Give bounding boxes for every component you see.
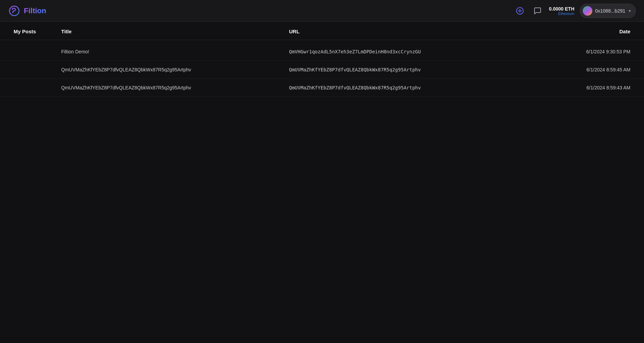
column-date: Date (562, 29, 644, 34)
row-title-1: QmUVMaZhKfYEbZ8P7dfvQLEAZ8QbkWx87R5q2g95… (61, 67, 289, 72)
table-body: Filtion Demo! QmVHGwr1qozAdL5nX7eh3eZ7Lm… (0, 40, 644, 97)
wallet-button[interactable]: 0x1088...b291 ▾ (580, 4, 636, 18)
table-row[interactable]: Filtion Demo! QmVHGwr1qozAdL5nX7eh3eZ7Lm… (0, 43, 644, 61)
chat-icon (533, 7, 542, 15)
plus-circle-icon (516, 7, 524, 15)
row-url-1: QmUVMaZhKfYEbZ8P7dfvQLEAZ8QbkWx87R5q2g95… (289, 67, 562, 72)
table-row[interactable]: QmUVMaZhKfYEbZ8P7dfvQLEAZ8QbkWx87R5q2g95… (0, 61, 644, 79)
logo-area: Filtion (8, 5, 46, 17)
row-date-1: 6/1/2024 8:59:45 AM (562, 67, 644, 72)
column-url: URL (289, 29, 562, 34)
row-date-2: 6/1/2024 8:59:43 AM (562, 85, 644, 90)
eth-amount: 0.0000 ETH (549, 6, 575, 12)
add-post-button[interactable] (514, 5, 526, 17)
eth-network: Ethereum (558, 12, 575, 16)
table-row[interactable]: QmUVMaZhKfYEbZ8P7dfvQLEAZ8QbkWx87R5q2g95… (0, 79, 644, 97)
row-url-2: QmUVMaZhKfYEbZ8P7dfvQLEAZ8QbkWx87R5q2g95… (289, 85, 562, 90)
notifications-button[interactable] (531, 5, 544, 17)
header: Filtion 0.0000 ETH Ethereum 0x1088...b29… (0, 0, 644, 22)
chevron-down-icon: ▾ (629, 8, 631, 13)
wallet-avatar (583, 6, 592, 16)
column-my-posts: My Posts (0, 29, 61, 34)
table-header: My Posts Title URL Date (0, 22, 644, 40)
row-title-2: QmUVMaZhKfYEbZ8P7dfvQLEAZ8QbkWx87R5q2g95… (61, 85, 289, 90)
column-title: Title (61, 29, 289, 34)
row-date-0: 6/1/2024 9:30:53 PM (562, 49, 644, 54)
row-title-0: Filtion Demo! (61, 49, 289, 54)
header-right: 0.0000 ETH Ethereum 0x1088...b291 ▾ (514, 4, 636, 18)
filtion-logo-icon (8, 5, 20, 17)
row-url-0: QmVHGwr1qozAdL5nX7eh3eZ7LmDPDeinH8nd3xcC… (289, 49, 562, 54)
wallet-address: 0x1088...b291 (595, 8, 625, 14)
logo-text: Filtion (24, 6, 46, 15)
eth-info: 0.0000 ETH Ethereum (549, 6, 575, 16)
